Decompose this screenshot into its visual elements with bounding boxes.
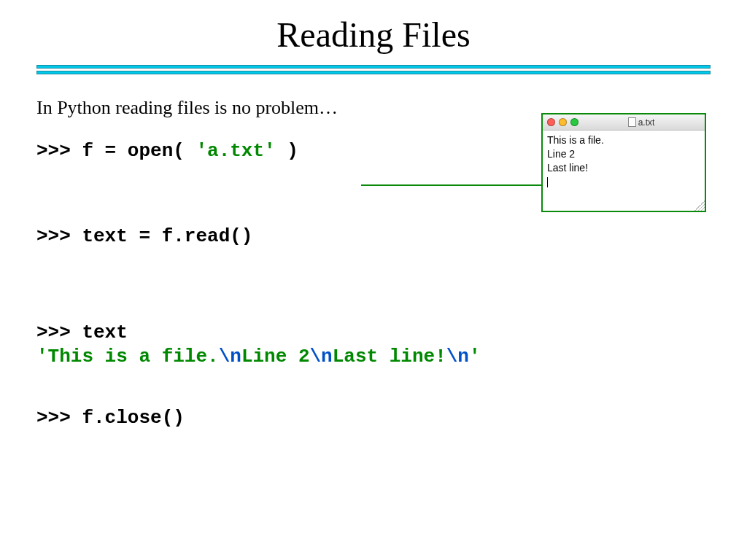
result-escape: \n (310, 346, 333, 368)
code-open-arg: 'a.txt' (196, 140, 275, 162)
file-contents: This is a file. Line 2 Last line! (543, 131, 705, 211)
window-titlebar: a.txt (543, 114, 705, 131)
result-quote: ' (469, 346, 481, 368)
result-escape: \n (446, 346, 469, 368)
document-icon (628, 117, 636, 127)
zoom-icon[interactable] (570, 118, 578, 126)
file-line: Last line! (547, 161, 700, 175)
file-cursor-line (547, 175, 700, 189)
result-text: Last line! (333, 346, 446, 368)
result-escape: \n (219, 346, 241, 368)
minimize-icon[interactable] (559, 118, 567, 126)
file-line: This is a file. (547, 133, 700, 147)
file-line: Line 2 (547, 147, 700, 161)
file-preview-window: a.txt This is a file. Line 2 Last line! (541, 113, 706, 212)
spacer (36, 368, 711, 406)
code-line-read: >>> text = f.read() (36, 225, 711, 249)
code-line-echo: >>> text (36, 321, 711, 345)
title-divider (36, 65, 711, 75)
text-cursor-icon (547, 177, 548, 187)
code-open-prefix: >>> f = open( (36, 140, 196, 162)
divider-bar (36, 65, 711, 69)
result-text: This is a file. (48, 346, 219, 368)
spacer (36, 248, 711, 321)
window-title: a.txt (628, 117, 655, 128)
code-line-close: >>> f.close() (36, 406, 711, 430)
close-icon[interactable] (547, 118, 555, 126)
code-line-result: 'This is a file.\nLine 2\nLast line!\n' (36, 345, 711, 369)
filename-label: a.txt (638, 117, 655, 128)
resize-handle-icon[interactable] (694, 201, 705, 211)
slide: Reading Files In Python reading files is… (0, 0, 747, 452)
divider-bar (36, 71, 711, 74)
result-quote: ' (36, 346, 48, 368)
code-open-suffix: ) (276, 140, 298, 162)
slide-title: Reading Files (36, 15, 711, 55)
result-text: Line 2 (241, 346, 310, 368)
